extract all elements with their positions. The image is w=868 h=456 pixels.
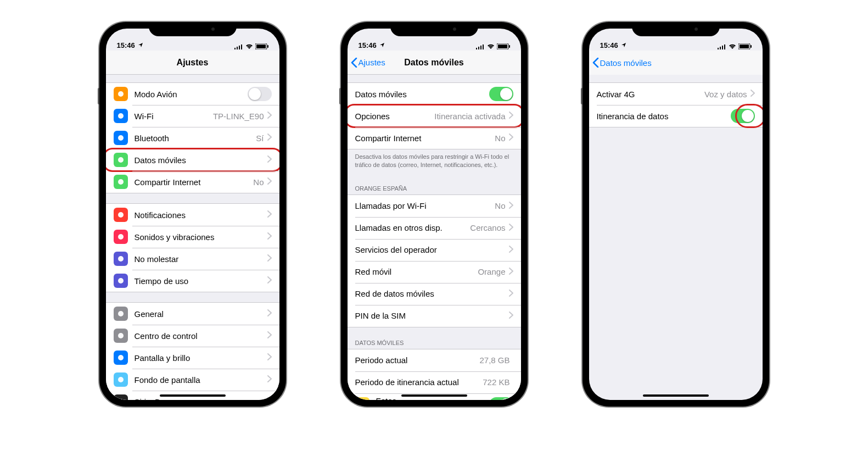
chevron-right-icon <box>267 232 272 241</box>
row-value: 27,8 GB <box>479 355 509 365</box>
home-indicator[interactable] <box>643 394 709 397</box>
row-value: 722 KB <box>483 377 509 387</box>
row-value: Itinerancia activada <box>434 112 505 121</box>
chevron-right-icon <box>267 397 272 400</box>
settings-icon <box>114 208 128 222</box>
row-label: Notificaciones <box>135 210 267 220</box>
battery-icon <box>255 43 268 49</box>
group-footer: Desactiva los datos móviles para restrin… <box>348 149 521 173</box>
location-icon <box>379 41 385 49</box>
battery-icon <box>497 43 510 49</box>
back-button[interactable]: Datos móviles <box>592 58 652 68</box>
settings-row[interactable]: Centro de control <box>106 325 279 347</box>
settings-row[interactable]: Itinerancia de datos <box>589 105 763 127</box>
settings-icon <box>114 394 128 400</box>
chevron-right-icon <box>267 331 272 340</box>
settings-row[interactable]: Servicios del operador <box>348 239 521 261</box>
toggle-switch[interactable] <box>489 397 513 400</box>
settings-row[interactable]: OpcionesItinerancia activada <box>348 105 521 127</box>
settings-icon <box>114 307 128 321</box>
row-label: Datos móviles <box>355 90 489 99</box>
svg-rect-21 <box>476 48 477 49</box>
row-value: Orange <box>478 267 505 276</box>
chevron-right-icon <box>267 276 272 285</box>
settings-row[interactable]: Pantalla y brillo <box>106 347 279 369</box>
settings-row[interactable]: Notificaciones <box>106 204 279 226</box>
content[interactable]: Datos móvilesOpcionesItinerancia activad… <box>348 75 521 400</box>
settings-row[interactable]: Llamadas en otros disp.Cercanos <box>348 217 521 239</box>
phone-frame-3: 15:46 Datos móviles Activar 4GVoz y dato… <box>583 22 769 407</box>
settings-row[interactable]: Activar 4GVoz y datos <box>589 83 763 105</box>
settings-icon <box>114 329 128 343</box>
settings-row[interactable]: Sonidos y vibraciones <box>106 226 279 248</box>
settings-row[interactable]: Datos móviles <box>348 83 521 105</box>
settings-row[interactable]: BluetoothSí <box>106 127 279 149</box>
svg-rect-24 <box>483 45 484 49</box>
home-indicator[interactable] <box>160 394 226 397</box>
notch <box>149 22 237 36</box>
svg-rect-1 <box>237 47 238 49</box>
row-label: Modo Avión <box>135 90 248 99</box>
row-label: Opciones <box>355 112 435 121</box>
home-indicator[interactable] <box>401 394 467 397</box>
row-label: PIN de la SIM <box>355 311 509 320</box>
settings-row[interactable]: Red móvilOrange <box>348 261 521 283</box>
row-value: No <box>495 134 505 143</box>
app-icon <box>355 397 369 400</box>
status-time: 15:46 <box>600 41 618 49</box>
row-label: Bluetooth <box>135 134 256 143</box>
settings-row[interactable]: Compartir InternetNo <box>348 127 521 149</box>
settings-icon <box>114 175 128 189</box>
settings-row[interactable]: Periodo actual27,8 GB <box>348 349 521 371</box>
svg-rect-29 <box>720 47 721 49</box>
settings-row[interactable]: No molestar <box>106 248 279 270</box>
settings-row[interactable]: Wi-FiTP-LINK_E90 <box>106 105 279 127</box>
row-label: Datos móviles <box>135 155 267 165</box>
chevron-right-icon <box>267 177 272 186</box>
chevron-right-icon <box>509 290 513 298</box>
svg-point-16 <box>118 311 124 316</box>
settings-row[interactable]: Red de datos móviles <box>348 283 521 305</box>
status-time: 15:46 <box>117 41 135 49</box>
nav-bar: Ajustes Datos móviles <box>348 51 521 75</box>
settings-row[interactable]: Fondo de pantalla <box>106 369 279 391</box>
settings-row[interactable]: Datos móviles <box>106 149 279 171</box>
content[interactable]: Activar 4GVoz y datosItinerancia de dato… <box>589 75 763 400</box>
nav-bar: Datos móviles <box>589 51 763 75</box>
chevron-right-icon <box>509 202 513 210</box>
svg-point-10 <box>118 157 124 163</box>
content[interactable]: Modo AviónWi-FiTP-LINK_E90BluetoothSíDat… <box>106 75 279 400</box>
signal-icon <box>234 44 243 49</box>
toggle-switch[interactable] <box>248 87 272 101</box>
chevron-right-icon <box>509 112 513 120</box>
svg-rect-27 <box>509 45 510 48</box>
settings-row[interactable]: Tiempo de uso <box>106 270 279 292</box>
svg-point-19 <box>118 377 124 382</box>
settings-row[interactable]: Compartir InternetNo <box>106 171 279 193</box>
chevron-right-icon <box>267 112 272 120</box>
svg-point-7 <box>118 91 124 97</box>
toggle-switch[interactable] <box>489 87 513 101</box>
phone-frame-2: 15:46 Ajustes Datos móviles Datos móvile… <box>341 22 528 407</box>
settings-icon <box>114 131 128 145</box>
settings-row[interactable]: PIN de la SIM <box>348 305 521 327</box>
settings-row[interactable]: Modo Avión <box>106 83 279 105</box>
settings-row[interactable]: General <box>106 303 279 325</box>
back-button[interactable]: Ajustes <box>351 58 385 68</box>
toggle-switch[interactable] <box>731 109 755 123</box>
chevron-right-icon <box>509 224 513 232</box>
chevron-right-icon <box>267 134 272 142</box>
svg-rect-30 <box>722 46 723 49</box>
settings-row[interactable]: Periodo de itinerancia actual722 KB <box>348 371 521 393</box>
svg-rect-28 <box>718 48 719 49</box>
chevron-right-icon <box>509 246 513 254</box>
row-label: Fondo de pantalla <box>135 375 267 385</box>
row-label: Servicios del operador <box>355 245 509 254</box>
back-label: Datos móviles <box>600 58 652 68</box>
row-value: Voz y datos <box>704 90 747 99</box>
row-label: Compartir Internet <box>355 134 495 143</box>
settings-icon <box>114 274 128 288</box>
settings-row[interactable]: Llamadas por Wi-FiNo <box>348 195 521 217</box>
screen-3: 15:46 Datos móviles Activar 4GVoz y dato… <box>589 29 763 400</box>
row-label: Llamadas por Wi-Fi <box>355 201 495 210</box>
